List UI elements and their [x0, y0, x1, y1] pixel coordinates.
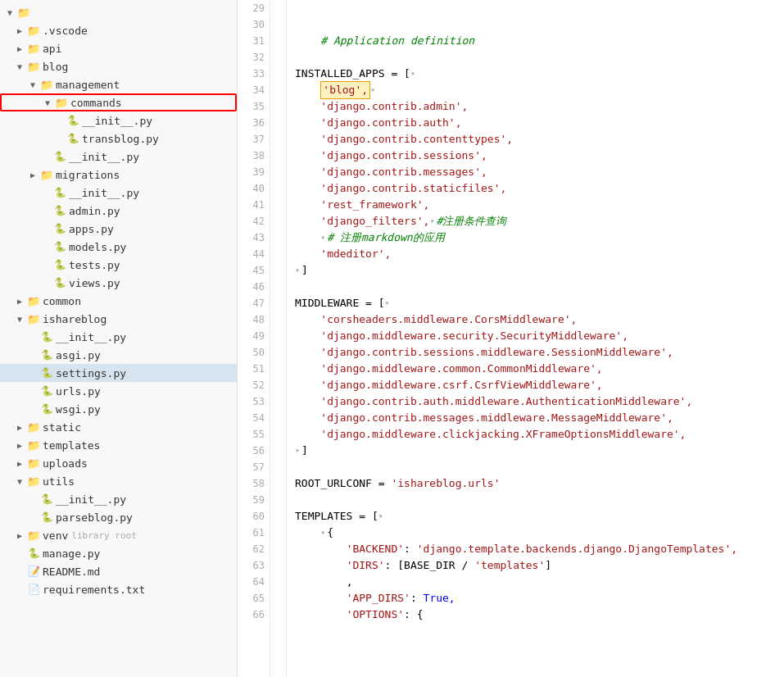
sidebar-item-init_py_3[interactable]: 🐍__init__.py: [0, 184, 237, 202]
token: [295, 344, 320, 361]
root-item[interactable]: ▼ 📁: [0, 3, 237, 21]
sidebar-item-init_py_2[interactable]: 🐍__init__.py: [0, 148, 237, 166]
token: 'django.contrib.messages.middleware.Mess…: [320, 410, 673, 426]
line-number: 65: [238, 590, 265, 607]
code-line: ▾]: [295, 262, 784, 279]
sidebar-item-apps_py[interactable]: 🐍apps.py: [0, 220, 237, 238]
fold-gutter-cell: [270, 98, 286, 115]
token: 'corsheaders.middleware.CorsMiddleware',: [320, 311, 577, 328]
sidebar-item-admin_py[interactable]: 🐍admin.py: [0, 202, 237, 220]
tree-icon: 🐍: [52, 241, 67, 252]
sidebar-item-utils[interactable]: ▼📁utils: [0, 472, 237, 490]
sidebar-item-init_py_5[interactable]: 🐍__init__.py: [0, 490, 237, 508]
token: 'django.middleware.security.SecurityMidd…: [320, 328, 628, 344]
sidebar-item-venv[interactable]: ▶📁venvlibrary root: [0, 526, 237, 544]
tree-icon: 🐍: [52, 151, 67, 162]
sidebar-item-init_py_4[interactable]: 🐍__init__.py: [0, 328, 237, 346]
token: = [: [385, 66, 410, 82]
token: [295, 311, 320, 328]
token: 'django.contrib.auth',: [320, 115, 461, 131]
sidebar-item-parseblog_py[interactable]: 🐍parseblog.py: [0, 508, 237, 526]
tree-icon: 📁: [26, 457, 41, 470]
sidebar-item-management[interactable]: ▼📁management: [0, 75, 237, 93]
token: ▾: [385, 295, 390, 311]
fold-gutter-cell: [270, 131, 286, 148]
fold-gutter-cell: [270, 426, 286, 443]
code-line: 'django.contrib.staticfiles',: [295, 180, 784, 197]
fold-gutter-cell: [270, 508, 286, 525]
token: ▾: [295, 262, 300, 279]
sidebar-item-models_py[interactable]: 🐍models.py: [0, 238, 237, 256]
sidebar-item-transblog_py[interactable]: 🐍transblog.py: [0, 129, 237, 148]
sidebar-item-views_py[interactable]: 🐍views.py: [0, 274, 237, 292]
line-number: 52: [238, 377, 265, 393]
tree-label: views.py: [69, 277, 120, 289]
tree-label: asgi.py: [56, 349, 101, 361]
fold-gutter-cell: [270, 213, 286, 229]
code-line: 'BACKEND': 'django.template.backends.dja…: [295, 541, 784, 557]
sidebar-item-templates[interactable]: ▶📁templates: [0, 436, 237, 454]
code-content-area[interactable]: # Application definition INSTALLED_APPS …: [287, 0, 784, 677]
tree-label: manage.py: [43, 548, 100, 560]
token: [295, 377, 320, 393]
tree-label: venv: [43, 529, 68, 542]
sidebar-item-migrations[interactable]: ▶📁migrations: [0, 166, 237, 184]
line-number: 31: [238, 33, 265, 49]
sidebar-item-tests_py[interactable]: 🐍tests.py: [0, 256, 237, 274]
tree-icon: 🐍: [39, 385, 54, 397]
sidebar-item-asgi_py[interactable]: 🐍asgi.py: [0, 346, 237, 364]
code-line: ▾]: [295, 443, 784, 459]
sidebar-item-commands[interactable]: ▼📁commands◄: [0, 93, 237, 111]
tree-label: commands: [70, 97, 122, 109]
token: # Application definition: [295, 33, 474, 49]
sidebar-item-uploads[interactable]: ▶📁uploads: [0, 454, 237, 472]
code-line: 'django.middleware.security.SecurityMidd…: [295, 328, 784, 344]
sidebar-item-static[interactable]: ▶📁static: [0, 418, 237, 436]
tree-label: api: [43, 43, 61, 55]
sidebar-item-common[interactable]: ▶📁common: [0, 292, 237, 310]
sidebar-item-vscode[interactable]: ▶📁.vscode: [0, 21, 237, 39]
sidebar-item-init_py_1[interactable]: 🐍__init__.py: [0, 111, 237, 129]
sidebar-item-urls_py[interactable]: 🐍urls.py: [0, 382, 237, 400]
code-line: 'django_filters',▾#注册条件查询: [295, 213, 784, 229]
tree-label: utils: [43, 475, 75, 488]
fold-gutter: [270, 0, 287, 677]
token: # 注册markdown的应用: [327, 229, 444, 246]
line-number: 42: [238, 213, 265, 229]
token: 'OPTIONS': [347, 607, 404, 623]
sidebar-item-api[interactable]: ▶📁api: [0, 39, 237, 57]
file-explorer: ▼ 📁 ▶📁.vscode▶📁api▼📁blog▼📁management▼📁co…: [0, 0, 238, 677]
sidebar-item-requirements_txt[interactable]: 📄requirements.txt: [0, 580, 237, 598]
fold-gutter-cell: [270, 229, 286, 246]
tree-label: management: [56, 79, 120, 91]
line-number: 49: [238, 328, 265, 344]
sidebar-item-manage_py[interactable]: 🐍manage.py: [0, 544, 237, 562]
tree-icon: 🐍: [52, 277, 67, 289]
tree-label: __init__.py: [56, 331, 126, 343]
sidebar-item-blog[interactable]: ▼📁blog: [0, 57, 237, 75]
fold-gutter-cell: [270, 393, 286, 410]
sidebar-item-readme_md[interactable]: 📝README.md: [0, 562, 237, 580]
line-number: 35: [238, 98, 265, 115]
code-line: 'django.middleware.csrf.CsrfViewMiddlewa…: [295, 377, 784, 393]
token: TEMPLATES: [295, 508, 352, 525]
sidebar-item-settings_py[interactable]: 🐍settings.py: [0, 364, 237, 382]
tree-label: wsgi.py: [56, 403, 101, 416]
code-line: 'django.contrib.sessions',: [295, 148, 784, 164]
line-number: 29: [238, 0, 265, 16]
token: [295, 410, 320, 426]
token: :: [404, 541, 417, 557]
fold-gutter-cell: [270, 361, 286, 377]
tree-arrow: ▶: [26, 170, 39, 179]
token: 'APP_DIRS': [347, 590, 410, 607]
tree-label: settings.py: [56, 367, 126, 379]
line-number: 46: [238, 279, 265, 295]
fold-gutter-cell: [270, 574, 286, 590]
line-number: 32: [238, 49, 265, 66]
token: ▾: [410, 66, 415, 82]
sidebar-item-wsgi_py[interactable]: 🐍wsgi.py: [0, 400, 237, 418]
code-line: MIDDLEWARE = [▾: [295, 295, 784, 311]
tree-label: blog: [43, 61, 68, 73]
fold-gutter-cell: [270, 148, 286, 164]
sidebar-item-ishareblog[interactable]: ▼📁ishareblog: [0, 310, 237, 328]
